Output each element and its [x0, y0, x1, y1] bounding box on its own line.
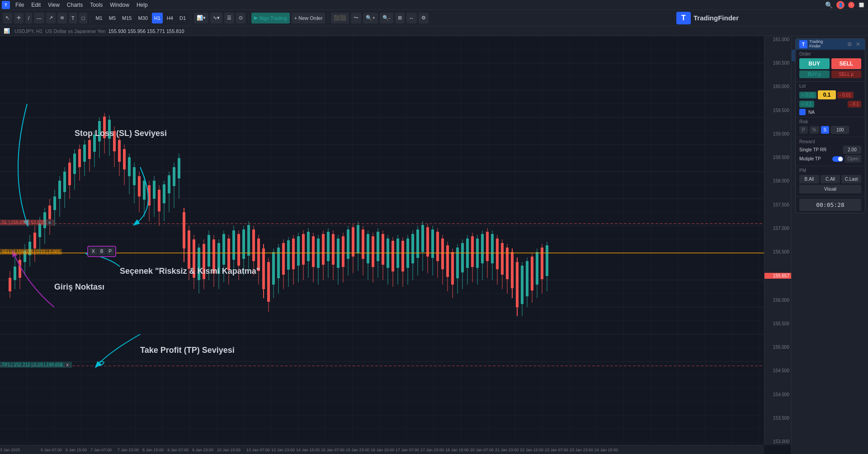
zoom-out-btn[interactable]: 🔍- — [380, 13, 393, 23]
symbol-description: US Dollar vs Japanese Yen — [45, 28, 105, 34]
lot-dec-large-btn[interactable]: - 0.1 — [848, 101, 861, 108]
open-btn[interactable]: Open — [845, 155, 861, 163]
svg-rect-110 — [242, 229, 245, 259]
maximize-icon[interactable]: ⬜ — [858, 2, 864, 8]
tf-m5[interactable]: M5 — [107, 13, 118, 23]
menu-charts[interactable]: Charts — [63, 1, 86, 9]
notification-icon[interactable]: ! — [848, 2, 854, 8]
price-158: 158.000 — [764, 178, 791, 183]
lot-color-swatch[interactable] — [799, 109, 806, 115]
text-tool[interactable]: T — [69, 13, 77, 23]
c-all-btn[interactable]: C.All — [821, 175, 840, 183]
svg-rect-84 — [178, 158, 180, 178]
time-jan3: 3 Jan 2025 — [0, 448, 20, 452]
menu-view[interactable]: View — [44, 1, 63, 9]
separator-1 — [90, 14, 90, 23]
lot-inc-small-btn[interactable]: + 0.01 — [799, 92, 816, 98]
svg-rect-118 — [262, 248, 265, 289]
svg-rect-206 — [481, 234, 484, 263]
svg-rect-216 — [506, 248, 509, 279]
lot-dec-small-btn[interactable]: - 0.01 — [837, 92, 854, 98]
price-160.5: 160.500 — [764, 61, 791, 66]
tf-h4[interactable]: H4 — [165, 13, 175, 23]
price-153.5: 153.500 — [764, 416, 791, 421]
indicators-btn[interactable]: ∿▾ — [210, 13, 222, 23]
crosshair-tool[interactable]: ✛ — [14, 13, 24, 23]
menu-file[interactable]: File — [12, 1, 28, 9]
svg-rect-106 — [232, 230, 235, 260]
c-last-btn[interactable]: C.Last — [841, 175, 861, 183]
fib-tool[interactable]: ≋ — [57, 13, 67, 23]
visual-btn[interactable]: Visual — [799, 185, 861, 193]
wave-btn[interactable]: 〜 — [351, 13, 361, 23]
chart-container[interactable]: SL | 156.657 | 53.535 X SELL | 155.023 |… — [0, 36, 791, 454]
rr-value-input[interactable] — [843, 146, 861, 154]
multiple-tp-toggle[interactable] — [832, 156, 843, 162]
chart-svg — [0, 36, 764, 445]
new-order-btn[interactable]: + New Order — [292, 13, 326, 23]
ticks-btn[interactable]: ⬛⬛ — [331, 13, 349, 23]
svg-rect-226 — [531, 257, 533, 290]
svg-rect-230 — [541, 248, 543, 279]
line-tool[interactable]: / — [25, 13, 32, 23]
svg-rect-194 — [451, 252, 454, 285]
menu-edit[interactable]: Edit — [28, 1, 44, 9]
risk-p-btn[interactable]: P — [799, 126, 808, 134]
timer-section: 00:05:28 — [796, 197, 865, 213]
chart-area[interactable]: SL | 156.657 | 53.535 X SELL | 155.023 |… — [0, 36, 764, 445]
svg-rect-164 — [377, 232, 379, 261]
tf-m30[interactable]: M30 — [136, 13, 150, 23]
entry-x-btn[interactable]: X — [90, 248, 97, 255]
lot-inc-large-btn[interactable]: + 0.1 — [799, 101, 814, 108]
tf-m1[interactable]: M1 — [93, 13, 104, 23]
user-avatar[interactable]: 👤 — [836, 1, 844, 9]
time-jan5-07: 5 Jan 07:00 — [41, 448, 62, 452]
templates-btn[interactable]: ☰ — [224, 13, 234, 23]
tf-h1[interactable]: H1 — [152, 13, 163, 23]
tp-close-btn[interactable]: X — [65, 363, 70, 367]
b-all-btn[interactable]: B.All — [799, 175, 819, 183]
entry-b-btn[interactable]: B — [98, 248, 106, 255]
shape-tool[interactable]: □ — [79, 13, 88, 23]
panel-logo: T — [799, 40, 807, 48]
zoom-in-btn[interactable]: 🔍+ — [363, 13, 377, 23]
tp-label: TP1 | 152.712 | 0.10 | 199.65$ X — [0, 362, 72, 368]
risk-s-btn[interactable]: S — [821, 126, 830, 134]
entry-p-btn[interactable]: P — [106, 248, 114, 255]
buy-p-button[interactable]: BUY p — [799, 70, 830, 78]
algo-trading-btn[interactable]: ▶ Algo Trading — [251, 13, 290, 23]
risk-value-input[interactable] — [831, 126, 849, 134]
price-159: 159.000 — [764, 131, 791, 136]
svg-rect-160 — [367, 234, 369, 263]
svg-rect-156 — [357, 225, 359, 253]
svg-rect-188 — [436, 232, 439, 261]
tf-d1[interactable]: D1 — [177, 13, 188, 23]
autoscroll-btn[interactable]: ↔ — [406, 13, 417, 23]
panel-settings-btn[interactable]: ⚙ — [846, 41, 853, 47]
sell-p-button[interactable]: SELL p — [831, 70, 862, 78]
search-icon[interactable]: 🔍 — [825, 1, 833, 9]
trading-panel: 3TP Easy Trade Pad MT5 By TFLab ✕ T Trad… — [791, 36, 868, 454]
menu-help[interactable]: Help — [133, 1, 151, 9]
risk-pct-btn[interactable]: % — [810, 126, 819, 134]
sl-label: SL | 156.657 | 53.535 X — [0, 220, 54, 225]
time-jan17-23: 17 Jan 23:00 — [420, 448, 444, 452]
buy-button[interactable]: BUY — [799, 58, 830, 69]
tf-name: TradingFinder — [693, 14, 739, 22]
grid-btn[interactable]: ⊞ — [395, 13, 405, 23]
multiple-tp-label: Mutiple TP — [799, 156, 821, 161]
tf-m15[interactable]: M15 — [120, 13, 134, 23]
sl-close-btn[interactable]: X — [47, 220, 52, 225]
objects-btn[interactable]: ⊙ — [236, 13, 245, 23]
menu-window[interactable]: Window — [106, 1, 133, 9]
svg-rect-76 — [158, 190, 160, 211]
horizontal-line-tool[interactable]: — — [34, 13, 44, 23]
trend-line-tool[interactable]: ↗ — [46, 13, 56, 23]
chart-type-btn[interactable]: 📊▾ — [194, 13, 208, 23]
properties-btn[interactable]: ⚙ — [419, 13, 429, 23]
panel-close-btn[interactable]: ✕ — [855, 41, 861, 47]
menu-tools[interactable]: Tools — [86, 1, 106, 9]
sell-button[interactable]: SELL — [831, 58, 862, 69]
time-jan24-15: 24 Jan 15:00 — [594, 448, 618, 452]
cursor-tool[interactable]: ↖ — [3, 13, 12, 23]
